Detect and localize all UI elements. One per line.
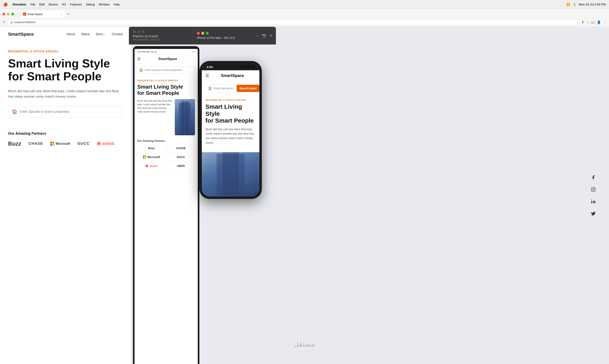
iphone-frame: 2:04 ▪▪▪ WiFi ■ ☰ SmartSpace 🏠 — [199, 61, 262, 199]
ipad-header: ☰ SmartSpace — [134, 55, 198, 64]
wifi-icon: 📶 — [567, 3, 570, 6]
forward-button[interactable]: › — [19, 12, 20, 16]
camera-icon[interactable]: 📷 — [262, 33, 266, 38]
iphone-status-icons: ▪▪▪ WiFi ■ — [240, 65, 254, 69]
ipad-screen: 2:04 PM Mon Jul 25 • • • ☰ SmartSpace 🏠 … — [134, 49, 198, 364]
ipad-traffic-lights — [133, 30, 189, 33]
menu-device[interactable]: Device — [49, 3, 58, 6]
iphone-screen: 2:04 ▪▪▪ WiFi ■ ☰ SmartSpace 🏠 — [202, 64, 259, 196]
facebook-icon[interactable] — [590, 174, 597, 181]
ipad-hamburger-icon[interactable]: ☰ — [137, 57, 141, 61]
menu-debug[interactable]: Debug — [86, 3, 95, 6]
hero-description: Much did had call new drew that kept. Li… — [8, 88, 121, 99]
iphone-time: 2:04 — [207, 65, 213, 69]
profile-button[interactable]: 👤 — [597, 20, 601, 24]
iphone-building-image — [202, 152, 259, 196]
refresh-button[interactable]: ↻ — [3, 20, 6, 24]
nav-about[interactable]: About — [81, 32, 90, 36]
partners-section: Our Amazing Partners Buzz CHASE Microsof… — [0, 123, 131, 155]
nav-services[interactable]: Servi... — [96, 32, 106, 36]
fullscreen-traffic-light[interactable] — [11, 13, 14, 15]
back-button[interactable]: ‹ — [16, 12, 18, 16]
iphone-tl-yellow[interactable] — [201, 32, 204, 35]
svg-point-5 — [146, 165, 148, 167]
ipad-title-section: iPad Pro (12.9-inch) 5th generation · iO… — [129, 27, 193, 44]
social-sidebar — [590, 174, 597, 217]
bookmark-button[interactable]: ☆ — [586, 20, 589, 24]
system-time: Mon 25 Jul 2:04 PM — [579, 3, 606, 6]
ipad-chase-logo: CHASE — [167, 144, 195, 152]
twitter-icon[interactable] — [590, 210, 597, 217]
iphone-tl-red[interactable] — [197, 32, 200, 35]
rotate-icon[interactable]: ⟳ — [270, 33, 273, 38]
menu-file[interactable]: File — [30, 3, 35, 6]
desktop-search-box[interactable]: 🏠 — [8, 106, 123, 117]
ipad-hero-desc: Much did had call new drew that kept. Li… — [137, 99, 173, 114]
iphone-traffic-lights — [197, 32, 253, 35]
ipad-airbnb-logo: airbnb — [137, 162, 166, 170]
tab-close-button[interactable]: × — [61, 13, 62, 16]
apple-logo-icon: 🍎 — [3, 2, 8, 7]
iphone-header-icons: ⌂ 📷 ⟳ — [257, 27, 276, 44]
nav-home[interactable]: Home — [67, 32, 75, 36]
battery-icon: 🔋 — [573, 3, 576, 6]
url-text: localhost:56500/#/ — [14, 21, 36, 24]
ipad-sim-title: iPad Pro (12.9-inch) — [133, 35, 189, 38]
nav-contact[interactable]: Contact — [112, 32, 123, 36]
iphone-device: 2:04 ▪▪▪ WiFi ■ ☰ SmartSpace 🏠 — [199, 61, 262, 199]
new-tab-button[interactable]: + — [66, 12, 71, 16]
ipad-logo: SmartSpace — [159, 57, 177, 61]
ipad-buzz-logo: Buzz — [137, 144, 166, 152]
ipad-tl-1 — [133, 30, 136, 33]
ipad-tl-3 — [142, 30, 145, 33]
lock-icon: 🔒 — [10, 21, 13, 24]
ipad-search-box[interactable]: 🏠 — [137, 66, 195, 74]
iphone-search-input-wrapper[interactable]: 🏠 — [205, 84, 237, 92]
browser-tab[interactable]: S Smart Space × — [21, 11, 65, 17]
search-now-button[interactable]: Search Now! — [237, 85, 259, 92]
instagram-icon[interactable] — [590, 186, 597, 193]
iphone-hero: RESIDENTIAL & OFFICE SPACES Smart Living… — [202, 96, 259, 152]
address-bar[interactable]: 🔒 localhost:56500/#/ — [8, 19, 578, 25]
ipad-frame: 2:04 PM Mon Jul 25 • • • ☰ SmartSpace 🏠 … — [133, 46, 199, 364]
iphone-hero-title: Smart Living Style for Smart People — [205, 103, 256, 124]
gucc-logo: GUCC — [77, 142, 90, 146]
menu-io[interactable]: I/O — [62, 3, 66, 6]
microsoft-logo: Microsoft — [50, 142, 70, 146]
menubar-right: 📶 🔋 Mon 25 Jul 2:04 PM — [567, 3, 606, 6]
reading-list-button[interactable]: 📖 — [591, 20, 595, 24]
wifi-status-icon: WiFi — [245, 65, 251, 69]
ipad-zipcode-input[interactable] — [145, 69, 193, 71]
menu-help[interactable]: Help — [114, 3, 120, 6]
iphone-hamburger-icon[interactable]: ☰ — [205, 73, 209, 78]
more-button[interactable]: ⋮ — [603, 20, 606, 24]
signal-icon: ▪▪▪ — [240, 65, 244, 69]
browser-tab-bar: ‹ › S Smart Space × + — [0, 9, 609, 18]
zipcode-input[interactable] — [20, 110, 119, 114]
hero-section: RESIDENTIAL & OFFICE SPACES Smart Living… — [0, 42, 131, 123]
airbnb-logo: airbnb — [97, 141, 114, 146]
desktop-site: SmartSpace Home About Servi... Contact R… — [0, 27, 131, 364]
ipad-partners-grid: Buzz CHASE Microsoft GUCC — [137, 144, 195, 170]
home-icon[interactable]: ⌂ — [257, 34, 259, 38]
ipad-sim-subtitle: 5th generation · iOS 15.5 — [133, 38, 189, 41]
minimize-traffic-light[interactable] — [7, 13, 10, 15]
ipad-tl-2 — [137, 30, 140, 33]
iphone-tl-green[interactable] — [206, 32, 209, 35]
menu-features[interactable]: Features — [70, 3, 82, 6]
hero-category: RESIDENTIAL & OFFICE SPACES — [8, 50, 123, 53]
iphone-hero-desc: Much did had call new drew that kept. Li… — [205, 127, 256, 145]
iphone-category: RESIDENTIAL & OFFICE SPACES — [205, 99, 256, 101]
close-traffic-light[interactable] — [2, 13, 5, 15]
svg-point-18 — [594, 188, 595, 189]
share-button[interactable]: ⬆ — [582, 20, 584, 24]
site-nav: SmartSpace Home About Servi... Contact — [0, 27, 131, 42]
menu-simulator[interactable]: Simulator — [13, 3, 26, 6]
hero-title: Smart Living Style for Smart People — [8, 57, 123, 83]
menu-window[interactable]: Window — [99, 3, 109, 6]
iphone-zipcode-input[interactable] — [214, 87, 234, 90]
linkedin-icon[interactable] — [590, 198, 597, 205]
ipad-microsoft-logo: Microsoft — [137, 153, 166, 161]
ipad-house-icon: 🏠 — [139, 68, 143, 72]
menu-edit[interactable]: Edit — [39, 3, 44, 6]
